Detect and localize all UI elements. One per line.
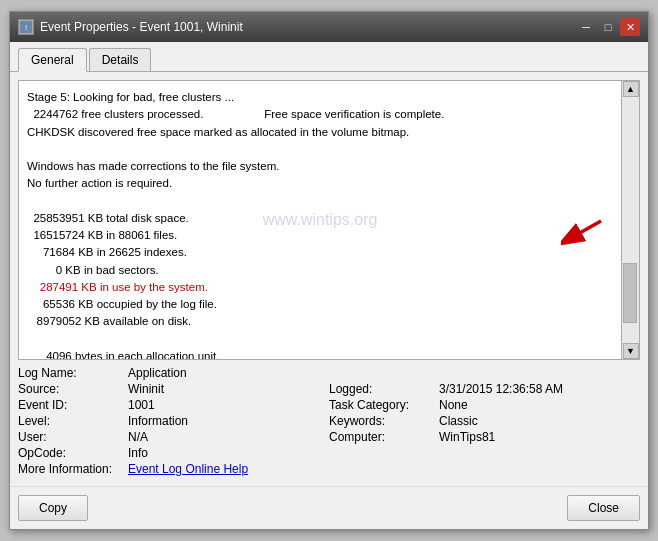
log-line-9: 0 KB in bad sectors. [27, 262, 613, 279]
window-icon: ! [18, 19, 34, 35]
log-line-2: 2244762 free clusters processed. Free sp… [27, 106, 613, 123]
tab-details[interactable]: Details [89, 48, 152, 71]
opcode-label: OpCode: [18, 446, 128, 460]
log-name-row: Log Name: Application [18, 366, 640, 380]
keywords-value: Classic [439, 414, 640, 428]
info-grid: Source: Wininit Logged: 3/31/2015 12:36:… [18, 382, 640, 460]
tabs-bar: General Details [10, 42, 648, 72]
log-line-7: 16515724 KB in 88061 files. [27, 227, 613, 244]
minimize-button[interactable]: ─ [576, 18, 596, 36]
tab-general[interactable]: General [18, 48, 87, 72]
event-id-value: 1001 [128, 398, 329, 412]
source-value: Wininit [128, 382, 329, 396]
event-log-online-help-link[interactable]: Event Log Online Help [128, 462, 248, 476]
maximize-button[interactable]: □ [598, 18, 618, 36]
log-line-6: 25853951 KB total disk space. [27, 210, 613, 227]
log-line-8: 71684 KB in 26625 indexes. [27, 244, 613, 261]
log-line-10: 287491 KB in use by the system. [27, 279, 613, 296]
logged-label: Logged: [329, 382, 439, 396]
close-window-button[interactable]: ✕ [620, 18, 640, 36]
log-name-label: Log Name: [18, 366, 128, 380]
scroll-down-arrow[interactable]: ▼ [623, 343, 639, 359]
footer: Copy Close [10, 486, 648, 529]
copy-button[interactable]: Copy [18, 495, 88, 521]
event-id-label: Event ID: [18, 398, 128, 412]
close-button[interactable]: Close [567, 495, 640, 521]
log-line-3: CHKDSK discovered free space marked as a… [27, 124, 613, 141]
more-info-row: More Information: Event Log Online Help [18, 462, 640, 476]
title-buttons: ─ □ ✕ [576, 18, 640, 36]
log-line-11: 65536 KB occupied by the log file. [27, 296, 613, 313]
log-name-value: Application [128, 366, 640, 380]
log-line-5: No further action is required. [27, 175, 613, 192]
title-bar: ! Event Properties - Event 1001, Wininit… [10, 12, 648, 42]
logged-value: 3/31/2015 12:36:58 AM [439, 382, 640, 396]
event-properties-window: ! Event Properties - Event 1001, Wininit… [9, 11, 649, 530]
svg-text:!: ! [25, 23, 27, 32]
scroll-thumb[interactable] [623, 263, 637, 323]
window-title: Event Properties - Event 1001, Wininit [40, 20, 243, 34]
user-value: N/A [128, 430, 329, 444]
scrollbar[interactable]: ▲ ▼ [621, 81, 639, 359]
log-line-13: 4096 bytes in each allocation unit. [27, 348, 613, 359]
scroll-up-arrow[interactable]: ▲ [623, 81, 639, 97]
task-category-value: None [439, 398, 640, 412]
log-line-blank-2 [27, 193, 613, 210]
content-area: Stage 5: Looking for bad, free clusters … [10, 72, 648, 486]
log-line-1: Stage 5: Looking for bad, free clusters … [27, 89, 613, 106]
log-line-blank-3 [27, 331, 613, 348]
computer-value: WinTips81 [439, 430, 640, 444]
more-info-label: More Information: [18, 462, 128, 476]
log-line-12: 8979052 KB available on disk. [27, 313, 613, 330]
scroll-track[interactable] [622, 97, 639, 343]
opcode-value: Info [128, 446, 329, 460]
level-value: Information [128, 414, 329, 428]
computer-label: Computer: [329, 430, 439, 444]
log-line-4: Windows has made corrections to the file… [27, 158, 613, 175]
task-category-label: Task Category: [329, 398, 439, 412]
info-section: Log Name: Application Source: Wininit Lo… [18, 366, 640, 476]
event-log-content: Stage 5: Looking for bad, free clusters … [19, 81, 621, 359]
event-log-box: Stage 5: Looking for bad, free clusters … [18, 80, 640, 360]
title-bar-left: ! Event Properties - Event 1001, Wininit [18, 19, 243, 35]
level-label: Level: [18, 414, 128, 428]
user-label: User: [18, 430, 128, 444]
keywords-label: Keywords: [329, 414, 439, 428]
log-line-blank-1 [27, 141, 613, 158]
source-label: Source: [18, 382, 128, 396]
